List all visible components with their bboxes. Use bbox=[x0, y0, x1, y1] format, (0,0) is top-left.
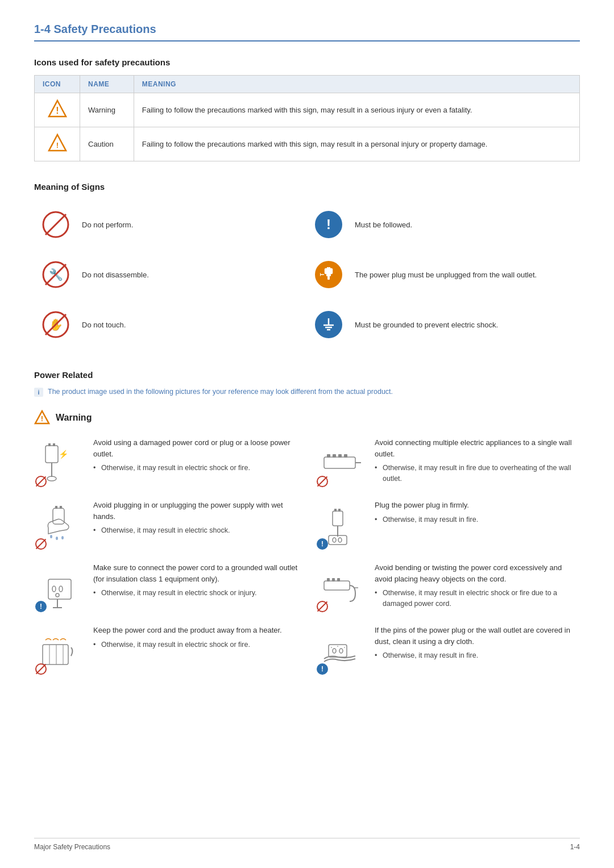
svg-point-31 bbox=[47, 476, 56, 481]
svg-point-72 bbox=[344, 647, 345, 648]
svg-rect-46 bbox=[334, 509, 337, 512]
svg-text:i: i bbox=[38, 389, 39, 396]
svg-text:!: ! bbox=[56, 106, 59, 115]
svg-rect-34 bbox=[327, 454, 330, 458]
dust-cloth-text: If the pins of the power plug or the wal… bbox=[375, 625, 580, 647]
sign-unplug: The power plug must be unplugged from th… bbox=[307, 250, 580, 300]
warning-item-away-heater: Keep the power cord and the product away… bbox=[34, 625, 298, 676]
away-heater-content: Keep the power cord and the product away… bbox=[93, 625, 298, 650]
sign-do-not-disassemble: 🔧 Do not disassemble. bbox=[34, 250, 307, 300]
damaged-cord-text: Avoid using a damaged power cord or plug… bbox=[93, 437, 298, 459]
warning-triangle-icon: ! bbox=[47, 99, 68, 119]
bending-cord-bullet: Otherwise, it may result in electric sho… bbox=[375, 588, 580, 609]
no-overlay-2 bbox=[317, 476, 328, 487]
sign-grounded: Must be grounded to prevent electric sho… bbox=[307, 300, 580, 350]
warning-icon-cell: ! bbox=[35, 93, 80, 127]
bending-cord-text: Avoid bending or twisting the power cord… bbox=[375, 562, 580, 584]
unplug-icon bbox=[313, 259, 345, 290]
footer-right: 1-4 bbox=[570, 843, 580, 851]
grounded-outlet-image: ! bbox=[34, 562, 85, 613]
plug-firmly-image: ! bbox=[316, 500, 367, 551]
warning-item-wet-hands: Avoid plugging in or unplugging the powe… bbox=[34, 500, 298, 551]
svg-rect-11 bbox=[329, 267, 330, 269]
svg-rect-29 bbox=[53, 443, 55, 446]
svg-point-69 bbox=[339, 649, 343, 653]
svg-rect-37 bbox=[344, 454, 347, 458]
svg-line-5 bbox=[45, 214, 66, 235]
svg-point-70 bbox=[331, 647, 332, 648]
must-overlay-4: ! bbox=[317, 538, 328, 550]
must-be-followed-circle: ! bbox=[315, 211, 342, 238]
warning-item-plug-firmly: ! Plug the power plug in firmly. Otherwi… bbox=[316, 500, 580, 551]
damaged-cord-image: ⚡ bbox=[34, 437, 85, 488]
multiple-appliances-text: Avoid connecting multiple electric appli… bbox=[375, 437, 580, 459]
warning-item-dust-cloth: ! If the pins of the power plug or the w… bbox=[316, 625, 580, 676]
power-note-text: The product image used in the following … bbox=[48, 388, 393, 396]
must-be-followed-icon: ! bbox=[313, 209, 345, 240]
warning-header-icon: ! bbox=[34, 410, 50, 426]
no-overlay-6 bbox=[317, 601, 328, 612]
wet-hands-text: Avoid plugging in or unplugging the powe… bbox=[93, 500, 298, 522]
warning-label: Warning bbox=[56, 413, 92, 423]
svg-text:!: ! bbox=[56, 141, 58, 149]
do-not-perform-icon bbox=[40, 209, 72, 240]
multiple-appliances-content: Avoid connecting multiple electric appli… bbox=[375, 437, 580, 484]
signs-section: Meaning of Signs Do not perform. ! Must … bbox=[34, 182, 580, 350]
table-row: ! Warning Failing to follow the precauti… bbox=[35, 93, 580, 127]
must-overlay-8: ! bbox=[317, 663, 328, 675]
wet-hands-image bbox=[34, 500, 85, 551]
plug-firmly-text: Plug the power plug in firmly. bbox=[375, 500, 580, 511]
svg-rect-10 bbox=[327, 267, 329, 269]
dust-cloth-bullet: Otherwise, it may result in fire. bbox=[375, 650, 580, 661]
svg-rect-36 bbox=[338, 454, 342, 458]
col-header-meaning: MEANING bbox=[134, 76, 579, 93]
wet-hands-content: Avoid plugging in or unplugging the powe… bbox=[93, 500, 298, 536]
svg-rect-39 bbox=[53, 508, 64, 524]
no-overlay-7 bbox=[35, 663, 47, 675]
wet-hands-bullet: Otherwise, it may result in electric sho… bbox=[93, 525, 298, 536]
page-title: 1-4 Safety Precautions bbox=[34, 23, 580, 41]
multiple-appliances-image bbox=[316, 437, 367, 488]
svg-rect-52 bbox=[48, 579, 71, 599]
bending-cord-content: Avoid bending or twisting the power cord… bbox=[375, 562, 580, 609]
away-heater-image bbox=[34, 625, 85, 676]
warning-header: ! Warning bbox=[34, 410, 580, 426]
icons-section-title: Icons used for safety precautions bbox=[34, 57, 580, 67]
svg-rect-63 bbox=[43, 645, 68, 665]
dust-cloth-content: If the pins of the power plug or the wal… bbox=[375, 625, 580, 661]
damaged-cord-bullet: Otherwise, it may result in electric sho… bbox=[93, 463, 298, 474]
svg-point-71 bbox=[337, 646, 338, 647]
grounded-outlet-content: Make sure to connect the power cord to a… bbox=[93, 562, 298, 599]
caution-icon-cell: ! bbox=[35, 127, 80, 161]
unplug-circle bbox=[315, 261, 342, 288]
plug-firmly-content: Plug the power plug in firmly. Otherwise… bbox=[375, 500, 580, 525]
power-section: Power Related i The product image used i… bbox=[34, 370, 580, 676]
sign-do-not-perform: Do not perform. bbox=[34, 200, 307, 250]
bending-cord-image bbox=[316, 562, 367, 613]
grounded-outlet-text: Make sure to connect the power cord to a… bbox=[93, 562, 298, 584]
grounded-circle bbox=[315, 311, 342, 338]
warning-item-multiple-appliances: Avoid connecting multiple electric appli… bbox=[316, 437, 580, 488]
grounded-outlet-bullet: Otherwise, it may result in electric sho… bbox=[93, 588, 298, 599]
sign-do-not-disassemble-text: Do not disassemble. bbox=[82, 271, 149, 279]
multiple-appliances-bullet: Otherwise, it may result in fire due to … bbox=[375, 463, 580, 484]
warning-item-damaged-cord: ⚡ Avoid using a damaged power cord or pl… bbox=[34, 437, 298, 488]
svg-text:!: ! bbox=[41, 414, 43, 423]
away-heater-bullet: Otherwise, it may result in electric sho… bbox=[93, 639, 298, 650]
warning-name-cell: Warning bbox=[80, 93, 134, 127]
power-note: i The product image used in the followin… bbox=[34, 388, 580, 398]
footer-left: Major Safety Precautions bbox=[34, 843, 110, 851]
table-row: ! Caution Failing to follow the precauti… bbox=[35, 127, 580, 161]
svg-marker-15 bbox=[320, 273, 321, 276]
warning-grid: ⚡ Avoid using a damaged power cord or pl… bbox=[34, 437, 580, 676]
no-overlay-3 bbox=[35, 538, 47, 550]
caution-triangle-icon: ! bbox=[47, 133, 68, 153]
do-not-disassemble-icon: 🔧 bbox=[40, 259, 72, 290]
svg-point-50 bbox=[333, 538, 336, 542]
icons-table: ICON NAME MEANING ! Warning Failing to f… bbox=[34, 75, 580, 161]
sign-must-be-followed: ! Must be followed. bbox=[307, 200, 580, 250]
warning-meaning-cell: Failing to follow the precautions marked… bbox=[134, 93, 579, 127]
sign-grounded-text: Must be grounded to prevent electric sho… bbox=[355, 321, 498, 329]
warning-item-grounded-outlet: ! Make sure to connect the power cord to… bbox=[34, 562, 298, 613]
svg-rect-40 bbox=[55, 506, 57, 509]
